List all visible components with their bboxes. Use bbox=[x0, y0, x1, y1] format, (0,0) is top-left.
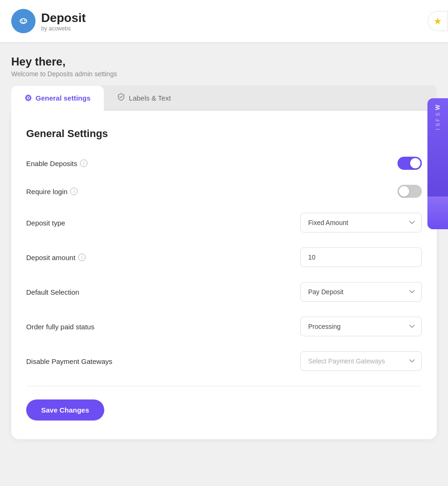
deposit-type-label: Deposit type bbox=[26, 219, 65, 227]
deposit-amount-text: Deposit amount bbox=[26, 254, 75, 261]
default-selection-row: Default Selection Pay Deposit Pay Full bbox=[26, 282, 422, 302]
enable-deposits-info-icon[interactable]: i bbox=[80, 160, 87, 167]
require-login-toggle[interactable] bbox=[397, 185, 422, 198]
right-panel-bottom bbox=[427, 196, 448, 229]
deposit-amount-row: Deposit amount i bbox=[26, 247, 422, 267]
require-login-slider bbox=[397, 185, 422, 198]
enable-deposits-toggle[interactable] bbox=[397, 157, 422, 170]
greeting-title: Hey there, bbox=[11, 55, 437, 68]
order-paid-status-row: Order fully paid status Processing Compl… bbox=[26, 317, 422, 336]
order-paid-status-label: Order fully paid status bbox=[26, 323, 94, 331]
right-panel-w: W bbox=[434, 105, 441, 110]
disable-payment-gateways-row: Disable Payment Gateways Select Payment … bbox=[26, 351, 422, 371]
require-login-text: Require login bbox=[26, 188, 67, 196]
deposit-amount-input[interactable] bbox=[300, 247, 422, 267]
deposit-type-text: Deposit type bbox=[26, 219, 65, 227]
disable-payment-gateways-text: Disable Payment Gateways bbox=[26, 357, 112, 365]
disable-payment-gateways-select[interactable]: Select Payment Gateways bbox=[300, 351, 422, 371]
right-panel-s2: S bbox=[435, 123, 441, 126]
enable-deposits-slider bbox=[397, 157, 422, 170]
section-title: General Settings bbox=[26, 128, 422, 140]
default-selection-label: Default Selection bbox=[26, 288, 79, 296]
tab-labels[interactable]: Labels & Text bbox=[104, 85, 184, 111]
star-button[interactable]: ★ bbox=[427, 11, 448, 31]
deposit-amount-label: Deposit amount i bbox=[26, 254, 86, 261]
enable-deposits-text: Enable Deposits bbox=[26, 160, 77, 167]
tab-general-label: General settings bbox=[36, 94, 91, 102]
logo-icon bbox=[11, 9, 36, 33]
greeting-subtitle: Welcome to Deposits admin settings bbox=[11, 70, 437, 78]
order-paid-status-text: Order fully paid status bbox=[26, 323, 94, 331]
deposit-amount-info-icon[interactable]: i bbox=[78, 254, 86, 261]
right-panel: W S F S I bbox=[427, 98, 448, 229]
gear-icon: ⚙ bbox=[24, 93, 32, 103]
svg-point-3 bbox=[24, 20, 26, 22]
divider bbox=[26, 386, 422, 386]
default-selection-text: Default Selection bbox=[26, 288, 79, 296]
svg-point-2 bbox=[22, 20, 23, 22]
greeting-section: Hey there, Welcome to Deposits admin set… bbox=[0, 42, 448, 85]
enable-deposits-row: Enable Deposits i bbox=[26, 157, 422, 170]
right-panel-s1: S bbox=[435, 113, 441, 116]
require-login-info-icon[interactable]: i bbox=[70, 188, 78, 195]
disable-payment-gateways-label: Disable Payment Gateways bbox=[26, 357, 112, 365]
tab-labels-label: Labels & Text bbox=[129, 94, 171, 102]
shield-icon bbox=[117, 93, 125, 103]
default-selection-select[interactable]: Pay Deposit Pay Full bbox=[300, 282, 422, 302]
require-login-label: Require login i bbox=[26, 188, 78, 196]
app-title: Deposit bbox=[41, 11, 86, 25]
deposit-type-row: Deposit type Fixed Amount Percentage bbox=[26, 213, 422, 232]
right-panel-f: F bbox=[435, 118, 441, 122]
right-panel-i: I bbox=[435, 129, 441, 130]
app-subtitle: by acowebs bbox=[41, 25, 86, 32]
tabs-bar: ⚙ General settings Labels & Text bbox=[11, 85, 437, 111]
order-paid-status-select[interactable]: Processing Completed bbox=[300, 317, 422, 336]
app-logo: Deposit by acowebs bbox=[11, 9, 86, 33]
svg-point-0 bbox=[17, 15, 30, 28]
require-login-row: Require login i bbox=[26, 185, 422, 198]
tab-general[interactable]: ⚙ General settings bbox=[11, 86, 104, 111]
main-card: General Settings Enable Deposits i Requi… bbox=[11, 111, 437, 439]
save-changes-button[interactable]: Save Changes bbox=[26, 399, 104, 421]
enable-deposits-label: Enable Deposits i bbox=[26, 160, 87, 167]
header: Deposit by acowebs ★ bbox=[0, 0, 448, 42]
deposit-type-select[interactable]: Fixed Amount Percentage bbox=[300, 213, 422, 232]
star-icon: ★ bbox=[434, 15, 442, 27]
